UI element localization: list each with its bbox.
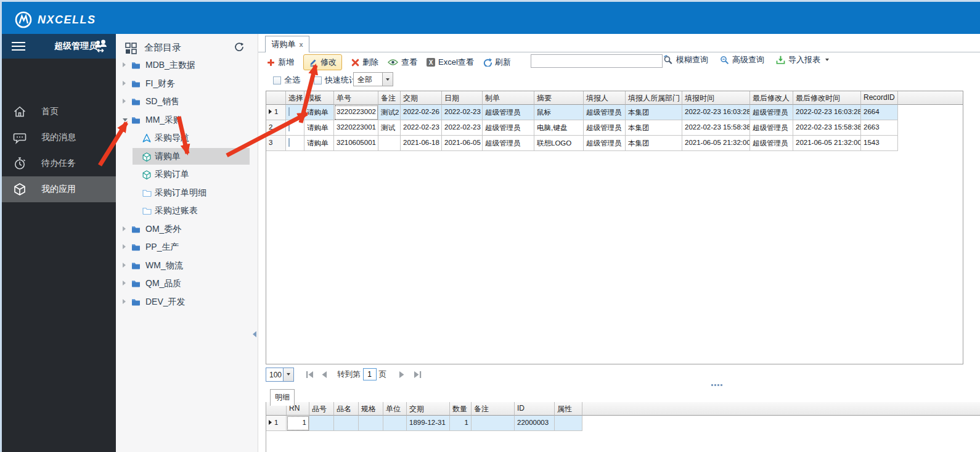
tree-item-MM_采购[interactable]: MM_采购	[116, 111, 258, 129]
column-header-交期[interactable]: 交期	[407, 402, 450, 416]
cell-填报时间[interactable]: 2022-02-23 15:58:38	[682, 120, 750, 136]
column-header-最后修改时间[interactable]: 最后修改时间	[793, 91, 861, 105]
column-header-单号[interactable]: 单号	[334, 91, 378, 105]
cell-交期[interactable]: 1899-12-31	[407, 416, 450, 431]
tree-collapsed-arrow-icon[interactable]	[123, 263, 126, 268]
column-header-品名[interactable]: 品名	[334, 402, 359, 416]
tree-collapsed-arrow-icon[interactable]	[123, 244, 126, 249]
cell-制单[interactable]: 超级管理员	[483, 105, 534, 120]
row-number-cell[interactable]: 1	[266, 416, 287, 431]
prev-page-button[interactable]	[320, 371, 329, 379]
excel-view-button[interactable]: X Excel查看	[427, 57, 474, 68]
splitter-handle[interactable]	[711, 384, 722, 386]
fuzzy-query-button[interactable]: 模糊查询	[663, 54, 708, 65]
grid-row-2[interactable]: 2请购单3220223001测试2022-02-232022-02-23超级管理…	[266, 120, 963, 136]
cell-日期[interactable]: 2022-02-23	[442, 120, 483, 136]
search-input[interactable]	[531, 54, 663, 68]
tree-item-QM_品质[interactable]: QM_品质	[116, 274, 258, 293]
cell-模板[interactable]: 请购单	[304, 105, 334, 120]
cell-交期[interactable]: 2022-02-23	[401, 120, 442, 136]
row-checkbox[interactable]	[288, 123, 290, 131]
tree-item-DEV_开发[interactable]: DEV_开发	[116, 293, 258, 311]
row-select-cell[interactable]	[286, 136, 304, 151]
column-header-最后修改人[interactable]: 最后修改人	[750, 91, 793, 105]
row-number-cell[interactable]: 3	[266, 136, 286, 151]
sidebar-item-my-apps[interactable]: 我的应用	[2, 176, 116, 202]
column-header-交期[interactable]: 交期	[401, 91, 442, 105]
cell-备注[interactable]	[472, 416, 515, 431]
tree-item-请购单[interactable]: 请购单	[116, 147, 258, 166]
cell-最后修改人[interactable]: 超级管理员	[750, 136, 793, 151]
advanced-query-button[interactable]: 高级查询	[720, 54, 764, 65]
cell-最后修改时间[interactable]: 2022-02-23 16:03:28	[793, 105, 861, 120]
first-page-button[interactable]	[305, 371, 315, 379]
tree-item-PP_生产[interactable]: PP_生产	[116, 238, 258, 257]
column-header-备注[interactable]: 备注	[378, 91, 401, 105]
tree-item-采购过账表[interactable]: 采购过账表	[116, 202, 258, 220]
cell-单号[interactable]: 3220223001	[334, 120, 378, 136]
column-header-选择[interactable]: 选择	[286, 91, 304, 105]
cell-摘要[interactable]: 鼠标	[534, 105, 584, 120]
column-header-rownum[interactable]	[266, 91, 286, 105]
column-header-单位[interactable]: 单位	[383, 402, 407, 416]
tree-collapsed-arrow-icon[interactable]	[123, 281, 126, 286]
cell-摘要[interactable]: 联想LOGO	[534, 136, 584, 151]
row-select-cell[interactable]	[286, 105, 304, 120]
cell-模板[interactable]: 请购单	[304, 136, 334, 151]
cell-填报人所属部门[interactable]: 本集团	[626, 120, 682, 136]
cell-单位[interactable]	[383, 416, 407, 431]
cell-备注[interactable]	[378, 136, 401, 151]
column-header-日期[interactable]: 日期	[442, 91, 483, 105]
column-header-填报人[interactable]: 填报人	[584, 91, 626, 105]
cell-填报时间[interactable]: 2022-02-23 16:03:28	[682, 105, 750, 120]
last-page-button[interactable]	[412, 371, 422, 379]
tree-item-采购订单[interactable]: 采购订单	[116, 165, 258, 184]
tree-collapsed-arrow-icon[interactable]	[123, 226, 126, 231]
page-number-input[interactable]	[363, 368, 377, 380]
tree-item-MDB_主数据[interactable]: MDB_主数据	[116, 56, 258, 75]
sidebar-item-todo-tasks[interactable]: 待办任务	[2, 150, 116, 176]
tree-collapsed-arrow-icon[interactable]	[123, 81, 126, 86]
cell-属性[interactable]	[555, 416, 582, 431]
cell-填报人[interactable]: 超级管理员	[584, 120, 626, 136]
cell-RecordID[interactable]: 1543	[861, 136, 898, 151]
column-header-填报人所属部门[interactable]: 填报人所属部门	[626, 91, 682, 105]
cell-RecordID[interactable]: 2664	[861, 105, 898, 120]
cell-RecordID[interactable]: 2663	[861, 120, 898, 136]
column-header-填报时间[interactable]: 填报时间	[682, 91, 750, 105]
tree-item-采购订单明细[interactable]: 采购订单明细	[116, 184, 258, 202]
column-header-制单[interactable]: 制单	[483, 91, 534, 105]
column-header-RecordID[interactable]: RecordID	[861, 91, 898, 105]
tree-item-SD_销售[interactable]: SD_销售	[116, 92, 258, 111]
refresh-icon[interactable]	[234, 42, 244, 52]
cell-交期[interactable]: 2021-06-18	[401, 136, 442, 151]
row-number-cell[interactable]: 1	[266, 105, 286, 120]
cell-模板[interactable]: 请购单	[304, 120, 334, 136]
tree-item-OM_委外[interactable]: OM_委外	[116, 220, 258, 239]
cell-单号[interactable]: 3210605001	[334, 136, 378, 151]
cell-日期[interactable]: 2022-02-23	[442, 105, 483, 120]
quick-stats-checkbox[interactable]	[314, 76, 322, 84]
cell-填报人[interactable]: 超级管理员	[584, 136, 626, 151]
view-button[interactable]: 查看	[388, 57, 417, 68]
tab-request-order[interactable]: 请购单 x	[265, 36, 309, 52]
page-size-dropdown[interactable]: 100	[266, 368, 294, 382]
select-all-checkbox[interactable]	[273, 76, 281, 84]
tab-detail[interactable]: 明细	[270, 389, 295, 406]
grid-row-1[interactable]: 1请购单3220223002测试22022-02-262022-02-23超级管…	[266, 105, 963, 120]
cell-最后修改人[interactable]: 超级管理员	[750, 120, 793, 136]
cell-填报时间[interactable]: 2021-06-05 21:32:00	[682, 136, 750, 151]
menu-hamburger-icon[interactable]	[12, 39, 25, 53]
row-checkbox[interactable]	[288, 138, 290, 147]
cell-ID[interactable]: 22000003	[515, 416, 555, 431]
row-select-cell[interactable]	[286, 120, 304, 136]
column-header-备注[interactable]: 备注	[472, 402, 515, 416]
cell-单号[interactable]: 3220223002	[334, 105, 378, 120]
add-button[interactable]: 新增	[267, 57, 294, 68]
tree-collapsed-arrow-icon[interactable]	[123, 99, 126, 104]
cell-最后修改时间[interactable]: 2022-02-23 15:58:38	[793, 120, 861, 136]
tree-item-FI_财务[interactable]: FI_财务	[116, 75, 258, 93]
cell-交期[interactable]: 2022-02-26	[401, 105, 442, 120]
column-header-属性[interactable]: 属性	[555, 402, 582, 416]
cell-备注[interactable]: 测试2	[378, 105, 401, 120]
